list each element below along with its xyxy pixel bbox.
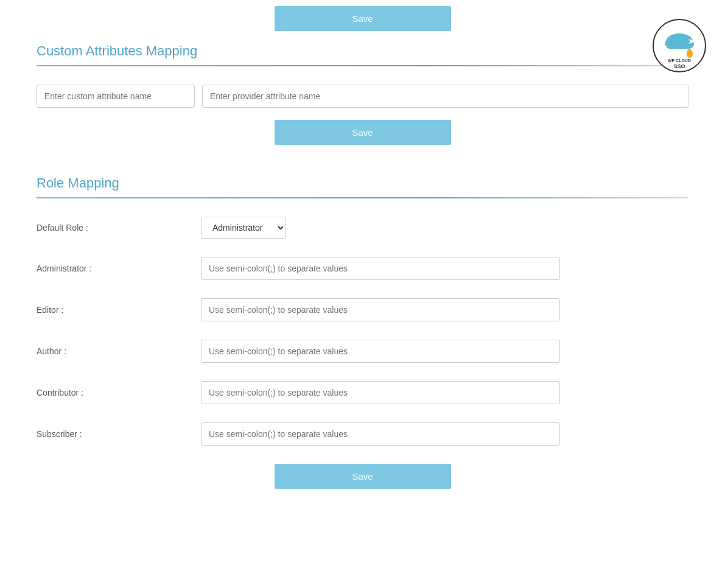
logo-container: WP CLOUD SSO bbox=[652, 18, 707, 73]
role-mapping-save-area: Save bbox=[37, 464, 688, 489]
role-mapping-section: Role Mapping Default Role : Administrato… bbox=[37, 175, 688, 489]
contributor-field bbox=[201, 381, 688, 404]
logo: WP CLOUD SSO bbox=[652, 18, 707, 73]
administrator-row: Administrator : bbox=[37, 257, 688, 280]
editor-label: Editor : bbox=[37, 305, 201, 315]
provider-attribute-name-input[interactable] bbox=[202, 85, 688, 108]
svg-point-2 bbox=[665, 38, 679, 49]
default-role-select[interactable]: Administrator Editor Author Contributor … bbox=[201, 217, 286, 239]
default-role-field: Administrator Editor Author Contributor … bbox=[201, 217, 688, 239]
subscriber-input[interactable] bbox=[201, 422, 560, 446]
custom-attributes-save-button[interactable]: Save bbox=[275, 120, 451, 145]
attr-inputs-row bbox=[37, 85, 688, 108]
editor-input[interactable] bbox=[201, 298, 560, 321]
author-row: Author : bbox=[37, 340, 688, 363]
editor-field bbox=[201, 298, 688, 321]
contributor-label: Contributor : bbox=[37, 388, 201, 397]
svg-text:SSO: SSO bbox=[673, 63, 685, 69]
role-mapping-heading: Role Mapping bbox=[37, 175, 688, 191]
author-label: Author : bbox=[37, 346, 201, 356]
administrator-input[interactable] bbox=[201, 257, 560, 280]
top-save-area: Save bbox=[37, 0, 688, 43]
author-input[interactable] bbox=[201, 340, 560, 363]
role-mapping-save-button[interactable]: Save bbox=[275, 464, 451, 489]
contributor-row: Contributor : bbox=[37, 381, 688, 404]
svg-text:WP CLOUD: WP CLOUD bbox=[668, 58, 691, 63]
author-field bbox=[201, 340, 688, 363]
administrator-field bbox=[201, 257, 688, 280]
role-mapping-divider bbox=[37, 197, 688, 198]
subscriber-label: Subscriber : bbox=[37, 429, 201, 439]
administrator-label: Administrator : bbox=[37, 264, 201, 273]
custom-attribute-name-input[interactable] bbox=[37, 85, 195, 108]
custom-attributes-heading: Custom Attributes Mapping bbox=[37, 43, 688, 59]
custom-attributes-divider bbox=[37, 65, 688, 66]
custom-attributes-section: Custom Attributes Mapping Save bbox=[37, 43, 688, 145]
default-role-label: Default Role : bbox=[37, 223, 201, 233]
svg-point-3 bbox=[679, 38, 694, 49]
subscriber-row: Subscriber : bbox=[37, 422, 688, 446]
default-role-row: Default Role : Administrator Editor Auth… bbox=[37, 217, 688, 239]
subscriber-field bbox=[201, 422, 688, 446]
contributor-input[interactable] bbox=[201, 381, 560, 404]
editor-row: Editor : bbox=[37, 298, 688, 321]
top-save-button[interactable]: Save bbox=[275, 6, 451, 31]
